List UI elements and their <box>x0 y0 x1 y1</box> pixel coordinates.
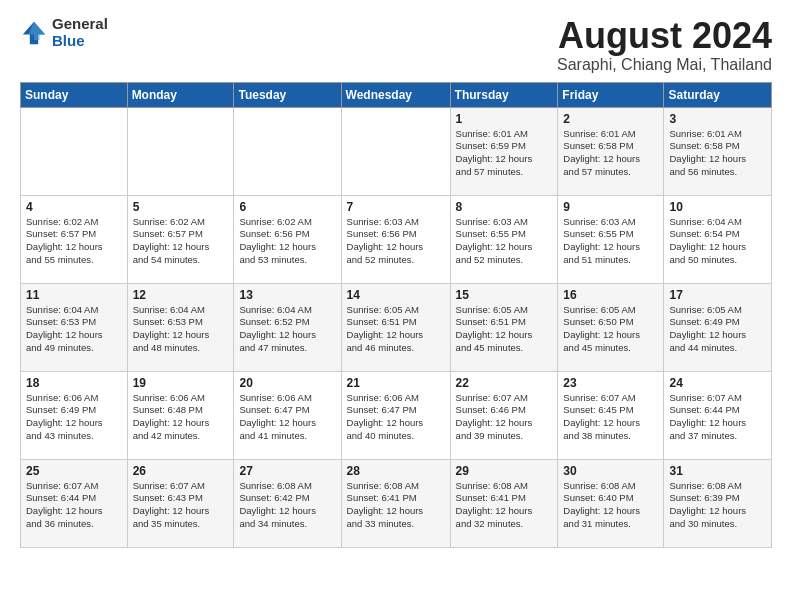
day-number: 20 <box>239 376 335 390</box>
calendar-cell: 17Sunrise: 6:05 AM Sunset: 6:49 PM Dayli… <box>664 283 772 371</box>
day-info: Sunrise: 6:08 AM Sunset: 6:41 PM Dayligh… <box>456 480 553 531</box>
calendar-cell: 29Sunrise: 6:08 AM Sunset: 6:41 PM Dayli… <box>450 459 558 547</box>
calendar-cell <box>127 107 234 195</box>
logo-blue-text: Blue <box>52 33 108 50</box>
day-number: 12 <box>133 288 229 302</box>
day-number: 27 <box>239 464 335 478</box>
day-number: 10 <box>669 200 766 214</box>
calendar-cell: 24Sunrise: 6:07 AM Sunset: 6:44 PM Dayli… <box>664 371 772 459</box>
header: General Blue August 2024 Saraphi, Chiang… <box>20 16 772 74</box>
day-number: 15 <box>456 288 553 302</box>
day-info: Sunrise: 6:08 AM Sunset: 6:39 PM Dayligh… <box>669 480 766 531</box>
calendar-cell: 10Sunrise: 6:04 AM Sunset: 6:54 PM Dayli… <box>664 195 772 283</box>
day-info: Sunrise: 6:03 AM Sunset: 6:55 PM Dayligh… <box>563 216 658 267</box>
day-info: Sunrise: 6:06 AM Sunset: 6:47 PM Dayligh… <box>239 392 335 443</box>
logo-general-text: General <box>52 16 108 33</box>
calendar-cell: 21Sunrise: 6:06 AM Sunset: 6:47 PM Dayli… <box>341 371 450 459</box>
day-info: Sunrise: 6:07 AM Sunset: 6:46 PM Dayligh… <box>456 392 553 443</box>
calendar-location: Saraphi, Chiang Mai, Thailand <box>557 56 772 74</box>
title-block: August 2024 Saraphi, Chiang Mai, Thailan… <box>557 16 772 74</box>
day-info: Sunrise: 6:04 AM Sunset: 6:53 PM Dayligh… <box>26 304 122 355</box>
calendar-cell: 23Sunrise: 6:07 AM Sunset: 6:45 PM Dayli… <box>558 371 664 459</box>
day-info: Sunrise: 6:07 AM Sunset: 6:43 PM Dayligh… <box>133 480 229 531</box>
weekday-header: Thursday <box>450 82 558 107</box>
calendar-cell: 1Sunrise: 6:01 AM Sunset: 6:59 PM Daylig… <box>450 107 558 195</box>
calendar-cell: 26Sunrise: 6:07 AM Sunset: 6:43 PM Dayli… <box>127 459 234 547</box>
day-info: Sunrise: 6:07 AM Sunset: 6:45 PM Dayligh… <box>563 392 658 443</box>
day-info: Sunrise: 6:06 AM Sunset: 6:47 PM Dayligh… <box>347 392 445 443</box>
day-number: 17 <box>669 288 766 302</box>
day-info: Sunrise: 6:08 AM Sunset: 6:41 PM Dayligh… <box>347 480 445 531</box>
day-info: Sunrise: 6:01 AM Sunset: 6:58 PM Dayligh… <box>669 128 766 179</box>
day-info: Sunrise: 6:05 AM Sunset: 6:51 PM Dayligh… <box>456 304 553 355</box>
calendar-cell: 19Sunrise: 6:06 AM Sunset: 6:48 PM Dayli… <box>127 371 234 459</box>
day-info: Sunrise: 6:03 AM Sunset: 6:56 PM Dayligh… <box>347 216 445 267</box>
calendar-cell: 3Sunrise: 6:01 AM Sunset: 6:58 PM Daylig… <box>664 107 772 195</box>
day-info: Sunrise: 6:08 AM Sunset: 6:40 PM Dayligh… <box>563 480 658 531</box>
day-info: Sunrise: 6:06 AM Sunset: 6:48 PM Dayligh… <box>133 392 229 443</box>
calendar-cell: 15Sunrise: 6:05 AM Sunset: 6:51 PM Dayli… <box>450 283 558 371</box>
day-info: Sunrise: 6:05 AM Sunset: 6:50 PM Dayligh… <box>563 304 658 355</box>
day-number: 11 <box>26 288 122 302</box>
calendar-cell: 4Sunrise: 6:02 AM Sunset: 6:57 PM Daylig… <box>21 195 128 283</box>
day-info: Sunrise: 6:02 AM Sunset: 6:57 PM Dayligh… <box>26 216 122 267</box>
day-info: Sunrise: 6:01 AM Sunset: 6:59 PM Dayligh… <box>456 128 553 179</box>
calendar-cell <box>341 107 450 195</box>
calendar-cell: 28Sunrise: 6:08 AM Sunset: 6:41 PM Dayli… <box>341 459 450 547</box>
calendar-week-row: 11Sunrise: 6:04 AM Sunset: 6:53 PM Dayli… <box>21 283 772 371</box>
calendar-cell: 14Sunrise: 6:05 AM Sunset: 6:51 PM Dayli… <box>341 283 450 371</box>
day-number: 23 <box>563 376 658 390</box>
weekday-header: Saturday <box>664 82 772 107</box>
day-info: Sunrise: 6:04 AM Sunset: 6:53 PM Dayligh… <box>133 304 229 355</box>
calendar-cell: 7Sunrise: 6:03 AM Sunset: 6:56 PM Daylig… <box>341 195 450 283</box>
day-number: 26 <box>133 464 229 478</box>
day-number: 3 <box>669 112 766 126</box>
day-number: 18 <box>26 376 122 390</box>
day-info: Sunrise: 6:02 AM Sunset: 6:57 PM Dayligh… <box>133 216 229 267</box>
day-number: 16 <box>563 288 658 302</box>
day-info: Sunrise: 6:06 AM Sunset: 6:49 PM Dayligh… <box>26 392 122 443</box>
calendar-cell: 12Sunrise: 6:04 AM Sunset: 6:53 PM Dayli… <box>127 283 234 371</box>
day-number: 7 <box>347 200 445 214</box>
day-number: 2 <box>563 112 658 126</box>
day-info: Sunrise: 6:05 AM Sunset: 6:49 PM Dayligh… <box>669 304 766 355</box>
day-number: 13 <box>239 288 335 302</box>
logo-text: General Blue <box>52 16 108 49</box>
day-number: 29 <box>456 464 553 478</box>
day-info: Sunrise: 6:04 AM Sunset: 6:54 PM Dayligh… <box>669 216 766 267</box>
day-number: 9 <box>563 200 658 214</box>
calendar-cell: 8Sunrise: 6:03 AM Sunset: 6:55 PM Daylig… <box>450 195 558 283</box>
day-number: 31 <box>669 464 766 478</box>
calendar-week-row: 4Sunrise: 6:02 AM Sunset: 6:57 PM Daylig… <box>21 195 772 283</box>
day-number: 6 <box>239 200 335 214</box>
day-number: 25 <box>26 464 122 478</box>
calendar-cell: 31Sunrise: 6:08 AM Sunset: 6:39 PM Dayli… <box>664 459 772 547</box>
calendar-cell: 27Sunrise: 6:08 AM Sunset: 6:42 PM Dayli… <box>234 459 341 547</box>
day-number: 5 <box>133 200 229 214</box>
calendar-cell <box>234 107 341 195</box>
calendar-table: SundayMondayTuesdayWednesdayThursdayFrid… <box>20 82 772 548</box>
calendar-week-row: 25Sunrise: 6:07 AM Sunset: 6:44 PM Dayli… <box>21 459 772 547</box>
calendar-cell <box>21 107 128 195</box>
page: General Blue August 2024 Saraphi, Chiang… <box>0 0 792 558</box>
day-info: Sunrise: 6:05 AM Sunset: 6:51 PM Dayligh… <box>347 304 445 355</box>
day-number: 30 <box>563 464 658 478</box>
calendar-cell: 16Sunrise: 6:05 AM Sunset: 6:50 PM Dayli… <box>558 283 664 371</box>
weekday-header: Friday <box>558 82 664 107</box>
day-info: Sunrise: 6:08 AM Sunset: 6:42 PM Dayligh… <box>239 480 335 531</box>
day-info: Sunrise: 6:07 AM Sunset: 6:44 PM Dayligh… <box>26 480 122 531</box>
calendar-cell: 2Sunrise: 6:01 AM Sunset: 6:58 PM Daylig… <box>558 107 664 195</box>
calendar-cell: 18Sunrise: 6:06 AM Sunset: 6:49 PM Dayli… <box>21 371 128 459</box>
logo-icon <box>20 19 48 47</box>
weekday-header: Sunday <box>21 82 128 107</box>
day-number: 22 <box>456 376 553 390</box>
calendar-header-row: SundayMondayTuesdayWednesdayThursdayFrid… <box>21 82 772 107</box>
day-number: 28 <box>347 464 445 478</box>
weekday-header: Monday <box>127 82 234 107</box>
weekday-header: Wednesday <box>341 82 450 107</box>
day-number: 21 <box>347 376 445 390</box>
calendar-week-row: 18Sunrise: 6:06 AM Sunset: 6:49 PM Dayli… <box>21 371 772 459</box>
day-info: Sunrise: 6:01 AM Sunset: 6:58 PM Dayligh… <box>563 128 658 179</box>
calendar-cell: 11Sunrise: 6:04 AM Sunset: 6:53 PM Dayli… <box>21 283 128 371</box>
calendar-week-row: 1Sunrise: 6:01 AM Sunset: 6:59 PM Daylig… <box>21 107 772 195</box>
